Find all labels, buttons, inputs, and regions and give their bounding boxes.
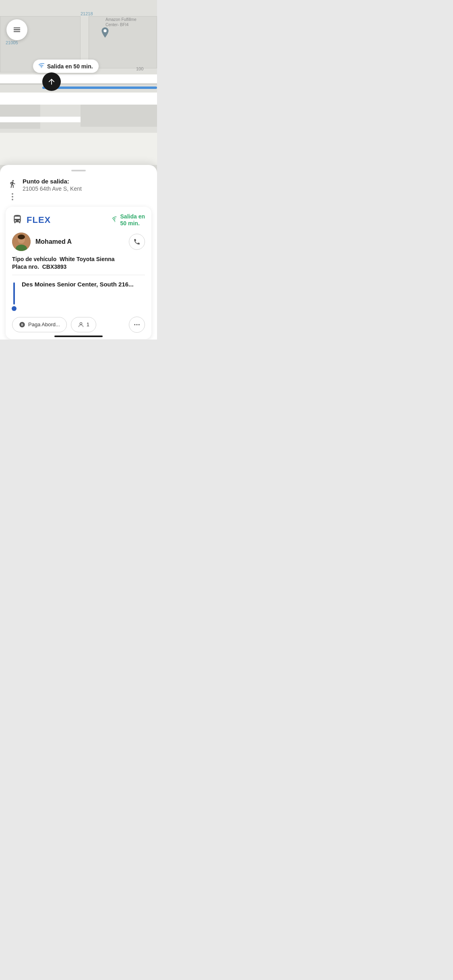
- departure-label: Punto de salida:: [23, 178, 149, 185]
- divider: [12, 275, 145, 275]
- route-line: [13, 282, 15, 305]
- svg-point-0: [103, 29, 106, 32]
- map-road: [0, 93, 157, 105]
- destination-text: Des Moines Senior Center, South 216...: [22, 280, 145, 288]
- navigation-arrow-button[interactable]: [42, 72, 61, 91]
- svg-point-11: [114, 221, 115, 222]
- map-road: [0, 74, 157, 83]
- location-pin: [100, 27, 110, 40]
- svg-point-4: [41, 67, 42, 68]
- route-end-circle: [12, 306, 17, 311]
- map-label-100: 100: [136, 66, 143, 71]
- bus-icon: [12, 214, 23, 226]
- svg-rect-2: [14, 29, 21, 30]
- action-buttons-row: Paga Abord... 1: [12, 317, 145, 333]
- wifi-badge-icon: [112, 216, 118, 224]
- passengers-button[interactable]: 1: [71, 317, 96, 332]
- svg-point-17: [134, 324, 135, 325]
- driver-avatar: [12, 233, 31, 251]
- route-line-column: [12, 280, 16, 311]
- transit-card: FLEX Salida en50 min.: [6, 207, 151, 339]
- call-button[interactable]: [129, 234, 145, 250]
- plate-row: Placa nro. CBX3893: [12, 264, 145, 270]
- svg-rect-3: [14, 31, 21, 32]
- salida-text: Salida en50 min.: [120, 213, 145, 227]
- walk-icon: [8, 179, 17, 190]
- passenger-count: 1: [87, 321, 89, 327]
- driver-row: Mohamed A: [12, 233, 145, 251]
- plate-label: Placa nro.: [12, 264, 39, 270]
- home-indicator: [54, 336, 103, 337]
- departure-icon-column: [8, 178, 17, 200]
- svg-point-18: [137, 324, 138, 325]
- departure-address: 21005 64th Ave S, Kent: [23, 185, 149, 192]
- map-label-amazon: Amazon FulfillmeCenter- BFI4: [105, 17, 137, 27]
- map-label-21218: 21218: [81, 11, 93, 16]
- destination-row: Des Moines Senior Center, South 216...: [12, 280, 145, 311]
- map-route-line: [42, 86, 157, 89]
- svg-point-14: [18, 235, 25, 239]
- flex-logo: FLEX: [27, 215, 51, 225]
- svg-rect-1: [14, 28, 21, 29]
- wifi-chip-icon: [39, 63, 44, 70]
- departure-text: Punto de salida: 21005 64th Ave S, Kent: [23, 178, 149, 192]
- more-options-button[interactable]: [129, 317, 145, 333]
- driver-name: Mohamed A: [35, 238, 124, 245]
- vehicle-type-label: Tipo de vehículo: [12, 256, 56, 262]
- departure-section: Punto de salida: 21005 64th Ave S, Kent: [0, 178, 157, 207]
- vehicle-type-value: White Toyota Sienna: [60, 256, 115, 262]
- card-header: FLEX Salida en50 min.: [12, 213, 145, 227]
- menu-button[interactable]: [6, 19, 27, 40]
- salida-badge: Salida en50 min.: [112, 213, 145, 227]
- pay-onboard-button[interactable]: Paga Abord...: [12, 317, 67, 332]
- svg-point-16: [80, 322, 82, 324]
- sheet-handle: [71, 170, 86, 171]
- card-header-left: FLEX: [12, 214, 51, 226]
- bottom-sheet: Punto de salida: 21005 64th Ave S, Kent …: [0, 165, 157, 340]
- map-block: [81, 105, 157, 127]
- pay-label: Paga Abord...: [28, 321, 60, 327]
- map-label-21005: 21005: [6, 40, 18, 45]
- departure-chip: Salida en 50 min.: [33, 60, 99, 73]
- vehicle-type-row: Tipo de vehículo White Toyota Sienna: [12, 256, 145, 262]
- dot-line: [12, 193, 13, 200]
- departure-chip-text: Salida en 50 min.: [47, 63, 93, 70]
- svg-point-19: [139, 324, 140, 325]
- map-road: [0, 133, 157, 165]
- vehicle-info: Tipo de vehículo White Toyota Sienna Pla…: [12, 256, 145, 270]
- plate-value: CBX3893: [42, 264, 67, 270]
- map-road: [0, 83, 157, 85]
